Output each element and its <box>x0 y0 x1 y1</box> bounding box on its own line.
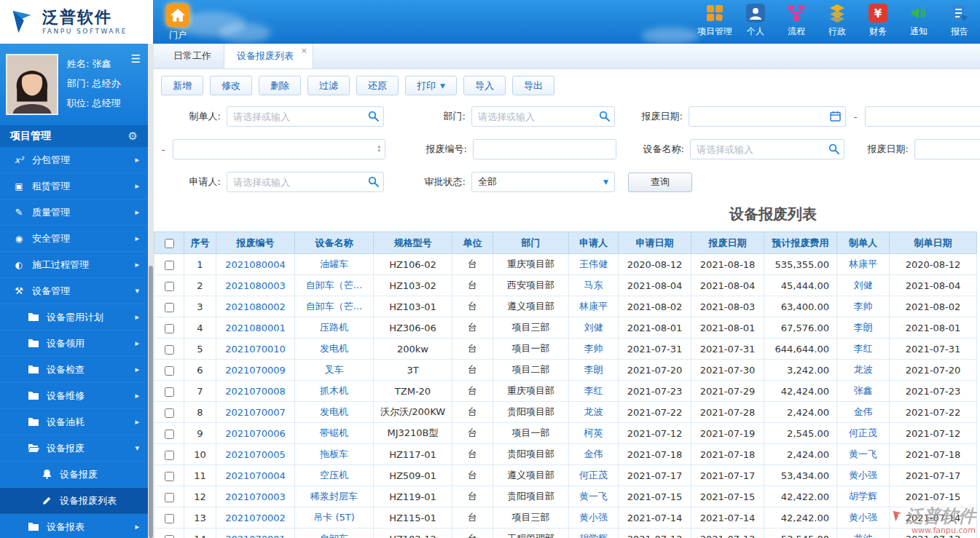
cell-link[interactable]: 龙波 <box>584 406 603 417</box>
toolbar-button-4[interactable]: 还原 <box>356 76 399 95</box>
row-checkbox[interactable] <box>165 430 174 439</box>
tab-1[interactable]: 设备报废列表× <box>224 44 313 68</box>
cell-link[interactable]: 王伟健 <box>579 258 608 269</box>
row-checkbox[interactable] <box>165 493 174 502</box>
nav-notice[interactable]: 通知 <box>898 4 939 38</box>
cell-link[interactable]: 林康平 <box>579 301 608 312</box>
search-icon[interactable] <box>828 143 839 154</box>
cell-link[interactable]: 带锯机 <box>320 427 348 438</box>
cell-link[interactable]: 自卸车 <box>320 533 348 538</box>
cell-link[interactable]: 张鑫 <box>854 385 873 396</box>
row-checkbox[interactable] <box>165 366 174 376</box>
nav-process[interactable]: 流程 <box>776 4 817 38</box>
dept-input[interactable] <box>471 106 615 127</box>
nav-personal[interactable]: 个人 <box>735 4 776 38</box>
nav-administration[interactable]: 行政 <box>817 4 858 38</box>
row-checkbox[interactable] <box>165 535 174 538</box>
row-checkbox[interactable] <box>165 472 174 481</box>
cell-link[interactable]: 刘健 <box>584 322 603 333</box>
cell-link[interactable]: 马东 <box>584 280 603 290</box>
column-header[interactable]: 报废日期 <box>691 232 764 254</box>
row-checkbox[interactable] <box>165 451 174 460</box>
tab-0[interactable]: 日常工作 <box>161 44 224 68</box>
scrollbar-thumb[interactable] <box>149 266 153 538</box>
spinner-icon[interactable]: ▴▾ <box>377 144 380 153</box>
cell-link[interactable]: 2021070005 <box>225 449 286 460</box>
cell-link[interactable]: 2021080001 <box>225 323 286 333</box>
row-checkbox[interactable] <box>165 387 174 397</box>
cell-link[interactable]: 压路机 <box>320 322 348 333</box>
cell-link[interactable]: 黄一飞 <box>849 448 877 459</box>
cell-link[interactable]: 2021080002 <box>225 301 286 312</box>
cell-link[interactable]: 刘健 <box>854 280 873 290</box>
column-header[interactable]: 部门 <box>493 232 569 254</box>
cell-link[interactable]: 龙波 <box>854 533 873 538</box>
row-checkbox[interactable] <box>165 408 174 418</box>
cell-link[interactable]: 李帅 <box>854 301 873 312</box>
row-checkbox[interactable] <box>165 345 174 355</box>
nav-report[interactable]: 报告 <box>939 4 980 38</box>
cell-link[interactable]: 2021080004 <box>225 259 286 270</box>
toolbar-button-5[interactable]: 打印▼ <box>405 76 457 95</box>
sidebar-item-5[interactable]: ⚒设备管理▾ <box>0 278 148 304</box>
sidebar-item-3[interactable]: ◉安全管理▸ <box>0 226 148 252</box>
cell-link[interactable]: 抓木机 <box>320 385 348 396</box>
column-header[interactable]: 申请日期 <box>619 232 691 254</box>
scrap-date-to-input[interactable] <box>865 106 980 127</box>
cell-link[interactable]: 拖板车 <box>320 448 348 459</box>
query-button[interactable]: 查询 <box>628 173 692 192</box>
cell-link[interactable]: 黄小强 <box>849 512 877 523</box>
row-checkbox[interactable] <box>165 282 174 291</box>
sidebar-item-0[interactable]: x²分包管理▸ <box>0 147 148 173</box>
sidebar-item-1[interactable]: ▣租赁管理▸ <box>0 173 148 199</box>
cell-link[interactable]: 2021070010 <box>225 344 286 355</box>
cell-link[interactable]: 2021070009 <box>225 365 286 376</box>
sidebar-item-11[interactable]: 设备报废▾ <box>0 435 148 462</box>
cell-link[interactable]: 李红 <box>854 343 873 354</box>
row-checkbox[interactable] <box>165 303 174 312</box>
cell-link[interactable]: 李朗 <box>854 322 873 333</box>
hamburger-menu-icon[interactable]: ☰ <box>131 52 141 66</box>
sidebar-item-8[interactable]: 设备检查▸ <box>0 357 148 383</box>
cell-link[interactable]: 自卸车（芒... <box>306 280 362 290</box>
row-checkbox[interactable] <box>165 514 174 523</box>
cell-link[interactable]: 何正茂 <box>579 470 608 480</box>
applicant-input[interactable] <box>227 172 384 192</box>
column-header[interactable]: 规格型号 <box>374 232 452 254</box>
sidebar-item-7[interactable]: 设备领用▸ <box>0 331 148 357</box>
sidebar-item-14[interactable]: 设备报表▸ <box>0 514 148 538</box>
gear-icon[interactable]: ⚙ <box>128 130 138 143</box>
search-icon[interactable] <box>368 176 379 187</box>
cell-link[interactable]: 2021070006 <box>225 428 286 439</box>
nav-portal[interactable]: 门户 <box>162 4 194 41</box>
select-all-checkbox[interactable] <box>165 239 174 248</box>
cell-link[interactable]: 吊卡 (5T) <box>313 512 355 523</box>
cell-link[interactable]: 林康平 <box>849 258 877 269</box>
calendar-icon[interactable] <box>830 111 841 122</box>
sidebar-item-9[interactable]: 设备维修▸ <box>0 383 148 409</box>
column-header[interactable]: 制单日期 <box>890 232 977 254</box>
search-icon[interactable] <box>368 111 379 122</box>
column-header[interactable]: 制单人 <box>837 232 890 254</box>
column-header[interactable]: 设备名称 <box>295 232 374 254</box>
toolbar-button-1[interactable]: 修改 <box>210 76 252 95</box>
approval-select[interactable]: 全部 ▼ <box>471 172 615 192</box>
toolbar-button-6[interactable]: 导入 <box>463 76 506 95</box>
nav-project[interactable]: 项目管理 <box>694 4 735 38</box>
column-header[interactable]: 报废编号 <box>216 232 295 254</box>
row-checkbox[interactable] <box>165 261 174 270</box>
cell-link[interactable]: 李帅 <box>584 343 603 354</box>
cell-link[interactable]: 黄小强 <box>579 512 608 523</box>
cell-link[interactable]: 柯英 <box>584 427 603 438</box>
column-header[interactable]: 序号 <box>184 232 216 254</box>
cell-link[interactable]: 发电机 <box>320 406 348 417</box>
cell-link[interactable]: 2021070008 <box>225 386 286 397</box>
column-header[interactable]: 单位 <box>452 232 493 254</box>
cell-link[interactable]: 2021070002 <box>225 513 286 523</box>
cell-link[interactable]: 李红 <box>584 385 603 396</box>
cell-link[interactable]: 稀浆封层车 <box>310 491 358 502</box>
cell-link[interactable]: 2021070004 <box>225 470 286 481</box>
cell-link[interactable]: 龙波 <box>854 364 873 375</box>
cell-link[interactable]: 胡学辉 <box>849 491 877 502</box>
scrap-no-input[interactable] <box>473 139 616 159</box>
